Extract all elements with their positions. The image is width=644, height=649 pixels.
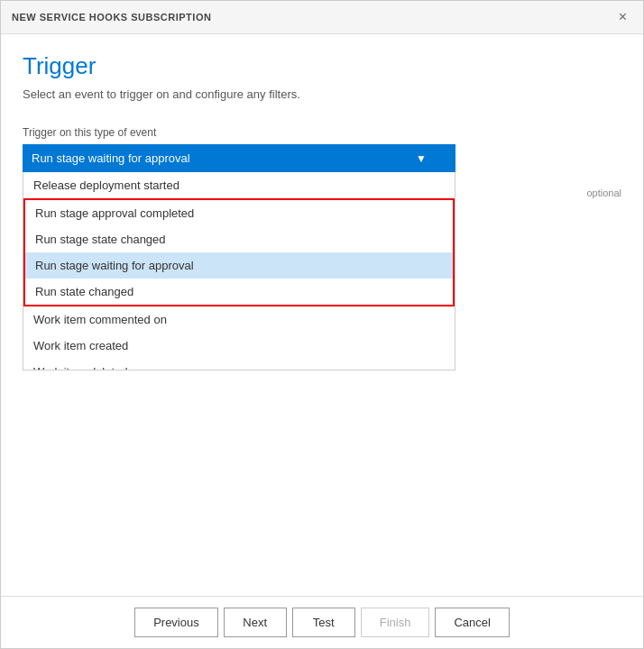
dialog-container: NEW SERVICE HOOKS SUBSCRIPTION × Trigger… bbox=[0, 0, 644, 649]
trigger-field-label: Trigger on this type of event bbox=[23, 126, 621, 139]
test-button[interactable]: Test bbox=[292, 608, 355, 637]
cancel-button[interactable]: Cancel bbox=[435, 608, 509, 637]
list-item[interactable]: Run stage state changed bbox=[25, 226, 453, 252]
list-item[interactable]: Run stage waiting for approval bbox=[25, 252, 453, 279]
list-item[interactable]: Work item commented on bbox=[23, 306, 455, 333]
page-title: Trigger bbox=[23, 52, 621, 80]
finish-button[interactable]: Finish bbox=[361, 608, 430, 637]
next-button[interactable]: Next bbox=[224, 608, 287, 637]
list-item[interactable]: Run stage approval completed bbox=[25, 200, 453, 226]
dialog-title: NEW SERVICE HOOKS SUBSCRIPTION bbox=[12, 12, 211, 23]
dialog-body: Trigger Select an event to trigger on an… bbox=[1, 34, 643, 596]
list-item[interactable]: Work item deleted bbox=[23, 359, 455, 370]
trigger-dropdown-container: Run stage waiting for approval ▼ Release… bbox=[23, 144, 455, 172]
list-item[interactable]: Work item created bbox=[23, 333, 455, 359]
dialog-titlebar: NEW SERVICE HOOKS SUBSCRIPTION × bbox=[1, 1, 643, 34]
optional-label: optional bbox=[586, 187, 621, 198]
list-item[interactable]: Run state changed bbox=[25, 279, 453, 305]
page-subtitle: Select an event to trigger on and config… bbox=[23, 87, 621, 101]
list-item[interactable]: Release deployment started bbox=[23, 172, 455, 198]
trigger-selected-value: Run stage waiting for approval bbox=[32, 151, 190, 165]
previous-button[interactable]: Previous bbox=[134, 608, 218, 637]
red-outline-group: Run stage approval completed Run stage s… bbox=[23, 198, 455, 306]
dialog-footer: Previous Next Test Finish Cancel bbox=[1, 596, 643, 648]
close-button[interactable]: × bbox=[613, 8, 632, 26]
trigger-dropdown-selected[interactable]: Run stage waiting for approval ▼ bbox=[23, 144, 455, 172]
dropdown-arrow-icon: ▼ bbox=[416, 152, 427, 165]
trigger-dropdown-list: Release deployment started Run stage app… bbox=[23, 172, 455, 370]
